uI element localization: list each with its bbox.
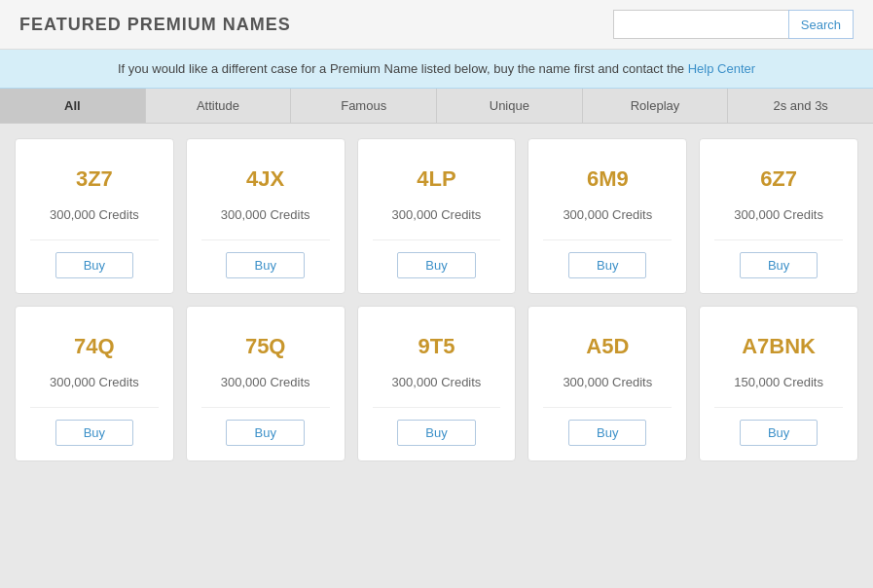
info-bar: If you would like a different case for a… — [0, 50, 873, 89]
credits-label: 300,000 Credits — [563, 375, 652, 404]
search-area: Search — [613, 10, 854, 39]
credits-label: 300,000 Credits — [392, 375, 482, 404]
tab-roleplay[interactable]: Roleplay — [583, 89, 729, 123]
list-item: 9T5 300,000 Credits Buy — [357, 306, 517, 461]
tab-unique[interactable]: Unique — [437, 89, 583, 123]
list-item: A5D 300,000 Credits Buy — [527, 306, 687, 461]
credits-label: 300,000 Credits — [221, 375, 310, 404]
name-label: 4JX — [246, 166, 284, 192]
name-label: 4LP — [417, 166, 455, 192]
buy-button[interactable]: Buy — [568, 252, 646, 278]
buy-button[interactable]: Buy — [55, 420, 133, 446]
header: FEATURED PREMIUM NAMES Search — [0, 0, 873, 50]
tab-2s-and-3s[interactable]: 2s and 3s — [728, 89, 873, 123]
tab-attitude[interactable]: Attitude — [146, 89, 292, 123]
page-title: FEATURED PREMIUM NAMES — [19, 15, 291, 35]
divider — [543, 407, 672, 408]
divider — [201, 407, 330, 408]
credits-label: 300,000 Credits — [734, 207, 823, 237]
search-input[interactable] — [613, 10, 788, 39]
list-item: 3Z7 300,000 Credits Buy — [15, 138, 174, 294]
divider — [373, 239, 501, 240]
credits-label: 300,000 Credits — [221, 207, 310, 237]
info-text: If you would like a different case for a… — [118, 61, 688, 76]
divider — [30, 407, 159, 408]
credits-label: 300,000 Credits — [563, 207, 652, 237]
buy-button[interactable]: Buy — [397, 420, 475, 446]
buy-button[interactable]: Buy — [740, 252, 818, 278]
buy-button[interactable]: Buy — [740, 420, 818, 446]
list-item: 4LP 300,000 Credits Buy — [357, 138, 517, 294]
tab-all[interactable]: All — [0, 89, 146, 123]
name-label: 3Z7 — [76, 166, 113, 192]
cards-row-2: 74Q 300,000 Credits Buy 75Q 300,000 Cred… — [15, 306, 858, 461]
tabs: All Attitude Famous Unique Roleplay 2s a… — [0, 89, 873, 124]
list-item: A7BNK 150,000 Credits Buy — [699, 306, 858, 461]
cards-section: 3Z7 300,000 Credits Buy 4JX 300,000 Cred… — [0, 124, 873, 488]
divider — [543, 239, 672, 240]
credits-label: 300,000 Credits — [392, 207, 482, 237]
divider — [30, 239, 159, 240]
divider — [373, 407, 501, 408]
credits-label: 150,000 Credits — [734, 375, 823, 404]
name-label: 9T5 — [418, 334, 455, 359]
name-label: 75Q — [245, 334, 286, 359]
divider — [714, 407, 843, 408]
name-label: 6Z7 — [760, 166, 797, 192]
credits-label: 300,000 Credits — [50, 207, 139, 237]
list-item: 74Q 300,000 Credits Buy — [15, 306, 174, 461]
search-button[interactable]: Search — [788, 10, 854, 39]
tab-famous[interactable]: Famous — [291, 89, 437, 123]
name-label: 6M9 — [587, 166, 629, 192]
credits-label: 300,000 Credits — [50, 375, 139, 404]
name-label: 74Q — [74, 334, 115, 359]
buy-button[interactable]: Buy — [226, 252, 304, 278]
cards-row-1: 3Z7 300,000 Credits Buy 4JX 300,000 Cred… — [15, 138, 858, 294]
buy-button[interactable]: Buy — [568, 420, 646, 446]
name-label: A5D — [586, 334, 629, 359]
divider — [201, 239, 330, 240]
list-item: 75Q 300,000 Credits Buy — [186, 306, 346, 461]
help-center-link[interactable]: Help Center — [688, 61, 755, 76]
list-item: 6Z7 300,000 Credits Buy — [699, 138, 858, 294]
buy-button[interactable]: Buy — [397, 252, 475, 278]
name-label: A7BNK — [742, 334, 816, 359]
buy-button[interactable]: Buy — [226, 420, 304, 446]
list-item: 4JX 300,000 Credits Buy — [186, 138, 346, 294]
list-item: 6M9 300,000 Credits Buy — [527, 138, 687, 294]
buy-button[interactable]: Buy — [55, 252, 133, 278]
divider — [714, 239, 843, 240]
